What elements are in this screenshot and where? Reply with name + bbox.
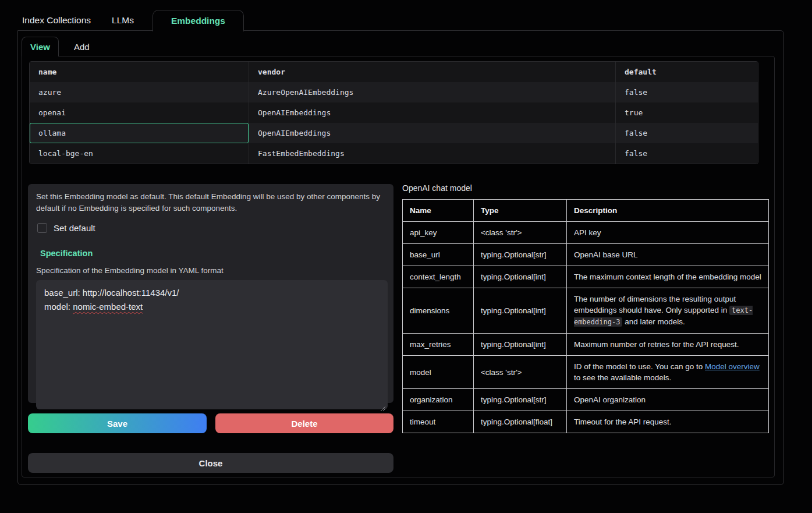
row-openai-vendor[interactable]: OpenAIEmbeddings — [249, 102, 616, 123]
doc-row-timeout: timeout typing.Optional[float] Timeout f… — [403, 411, 769, 433]
set-default-description: Set this Embedding model as default. Thi… — [36, 191, 385, 214]
row-local-bge-en-vendor[interactable]: FastEmbedEmbeddings — [249, 143, 616, 164]
delete-button[interactable]: Delete — [215, 413, 393, 433]
row-ollama-name-selected[interactable]: ollama — [30, 123, 249, 143]
row-azure-default[interactable]: false — [616, 82, 758, 102]
doc-row-max-retries: max_retries typing.Optional[int] Maximum… — [403, 334, 769, 356]
set-default-row: Set default — [37, 223, 385, 233]
doc-row-organization: organization typing.Optional[str] OpenAI… — [403, 389, 769, 411]
tab-add[interactable]: Add — [59, 37, 105, 56]
doc-column-type: Type — [473, 200, 566, 222]
yaml-misspelled-word: nomic-embed-text — [73, 302, 143, 312]
row-azure-name[interactable]: azure — [30, 82, 249, 102]
tab-llms[interactable]: LLMs — [101, 10, 144, 31]
close-button[interactable]: Close — [28, 453, 393, 473]
tab-index-collections[interactable]: Index Collections — [17, 10, 101, 31]
main-tab-bar: Index Collections LLMs Embeddings — [17, 10, 244, 31]
column-header-vendor: vendor — [249, 62, 616, 82]
set-default-label: Set default — [54, 223, 95, 233]
resize-handle-icon[interactable] — [380, 402, 386, 408]
doc-row-dimensions: dimensions typing.Optional[int] The numb… — [403, 288, 769, 334]
specification-heading: Specification — [40, 249, 385, 258]
doc-row-api-key: api_key <class 'str'> API key — [403, 222, 769, 244]
model-doc-title: OpenAI chat model — [402, 183, 472, 193]
row-local-bge-en-name[interactable]: local-bge-en — [30, 143, 249, 164]
page: Index Collections LLMs Embeddings View A… — [0, 0, 812, 513]
yaml-line-1: base_url: http://localhost:11434/v1/ — [44, 286, 380, 300]
doc-column-name: Name — [403, 200, 474, 222]
column-header-name: name — [30, 62, 249, 82]
save-button[interactable]: Save — [28, 413, 207, 433]
tab-view[interactable]: View — [22, 37, 59, 56]
doc-row-model: model <class 'str'> ID of the model to u… — [403, 356, 769, 389]
set-default-checkbox[interactable] — [37, 223, 47, 233]
doc-row-base-url: base_url typing.Optional[str] OpenAI bas… — [403, 244, 769, 266]
row-openai-default[interactable]: true — [616, 102, 758, 123]
model-doc-table: Name Type Description api_key <class 'st… — [402, 199, 769, 433]
row-azure-vendor[interactable]: AzureOpenAIEmbeddings — [249, 82, 616, 102]
doc-column-description: Description — [566, 200, 768, 222]
embeddings-table: name vendor default azure AzureOpenAIEmb… — [29, 61, 758, 164]
yaml-line-2: model: nomic-embed-text — [44, 300, 380, 314]
sub-tab-bar: View Add — [22, 37, 105, 56]
doc-header-row: Name Type Description — [403, 200, 769, 222]
doc-row-context-length: context_length typing.Optional[int] The … — [403, 266, 769, 288]
tab-embeddings[interactable]: Embeddings — [153, 10, 244, 31]
row-local-bge-en-default[interactable]: false — [616, 143, 758, 164]
column-header-default: default — [616, 62, 758, 82]
row-ollama-vendor[interactable]: OpenAIEmbeddings — [249, 123, 616, 143]
default-config-panel: Set this Embedding model as default. Thi… — [28, 184, 393, 403]
model-overview-link[interactable]: Model overview — [705, 362, 760, 371]
row-openai-name[interactable]: openai — [30, 102, 249, 123]
specification-subtitle: Specification of the Embedding model in … — [36, 266, 385, 275]
yaml-spec-textarea[interactable]: base_url: http://localhost:11434/v1/ mod… — [36, 280, 388, 409]
row-ollama-default[interactable]: false — [616, 123, 758, 143]
